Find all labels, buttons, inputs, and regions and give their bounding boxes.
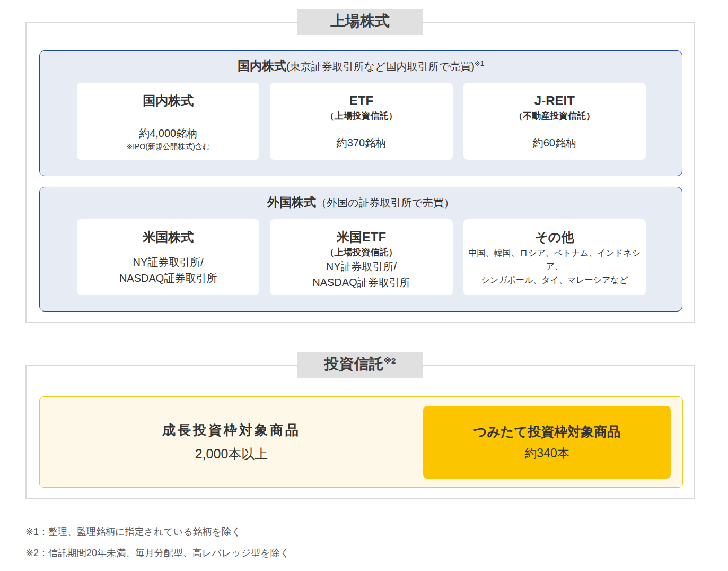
card-subtitle: （上場投資信託） [325, 110, 397, 122]
growth-investment-products: 成長投資枠対象商品 2,000本以上 [40, 421, 423, 463]
section-title-text: 上場株式 [330, 13, 390, 29]
footnote-1: ※1：整理、監理銘柄に指定されている銘柄を除く [25, 521, 290, 542]
domestic-cards-row: 国内株式 約4,000銘柄 ※IPO(新規公開株式)含む ETF （上場投資信託… [77, 83, 646, 160]
card-etf: ETF （上場投資信託） 約370銘柄 [270, 83, 452, 160]
tsumitate-products-count: 約340本 [524, 445, 569, 462]
card-j-reit: J-REIT （不動産投資信託） 約60銘柄 [463, 83, 646, 160]
card-other-markets: その他 中国、韓国、ロシア、ベトナム、インドネシア、 シンガポール、タイ、マレー… [463, 219, 646, 295]
section-title-text: 投資信託 [324, 356, 384, 372]
card-us-etf: 米国ETF （上場投資信託） NY証券取引所/ NASDAQ証券取引所 [270, 219, 452, 295]
card-title: 米国ETF [337, 230, 386, 245]
card-body-line: 約370銘柄 [337, 135, 386, 151]
card-subtitle: （上場投資信託） [325, 246, 397, 258]
footnote-2: ※2：信託期間20年未満、毎月分配型、高レバレッジ型を除く [25, 542, 290, 564]
heading-footnote-ref: ※1 [475, 59, 484, 67]
card-title: 米国株式 [143, 230, 194, 245]
card-title: J-REIT [534, 93, 575, 108]
heading-detail: （外国の証券取引所で売買） [316, 197, 454, 209]
card-body-line: NY証券取引所/ [119, 254, 217, 270]
foreign-cards-row: 米国株式 NY証券取引所/ NASDAQ証券取引所 米国ETF （上場投資信託）… [77, 219, 646, 295]
section-title-footnote-ref: ※2 [384, 356, 396, 365]
card-body: 中国、韓国、ロシア、ベトナム、インドネシア、 シンガポール、タイ、マレーシアなど [468, 246, 642, 287]
card-body-line: シンガポール、タイ、マレーシアなど [468, 273, 642, 287]
card-title: ETF [349, 93, 373, 108]
card-title: その他 [535, 230, 574, 245]
card-domestic-stocks: 国内株式 約4,000銘柄 ※IPO(新規公開株式)含む [77, 83, 259, 160]
foreign-stocks-heading: 外国株式（外国の証券取引所で売買） [40, 194, 682, 211]
section-title-mutual-funds: 投資信託※2 [297, 352, 423, 378]
domestic-stocks-heading: 国内株式(東京証券取引所など国内取引所で売買)※1 [40, 57, 682, 74]
card-body: 約60銘柄 [533, 135, 576, 151]
heading-main: 国内株式 [238, 59, 286, 73]
card-body: NY証券取引所/ NASDAQ証券取引所 [312, 258, 410, 290]
foreign-stocks-group: 外国株式（外国の証券取引所で売買） 米国株式 NY証券取引所/ NASDAQ証券… [39, 187, 682, 312]
card-body-line: 約4,000銘柄 [139, 125, 197, 141]
card-body: NY証券取引所/ NASDAQ証券取引所 [119, 254, 217, 286]
tsumitate-investment-products: つみたて投資枠対象商品 約340本 [423, 406, 671, 479]
listed-stocks-section: 上場株式 国内株式(東京証券取引所など国内取引所で売買)※1 国内株式 約4,0… [25, 22, 695, 323]
mutual-funds-box: 成長投資枠対象商品 2,000本以上 つみたて投資枠対象商品 約340本 [39, 396, 683, 488]
card-title: 国内株式 [143, 93, 194, 108]
card-body-line: NASDAQ証券取引所 [312, 274, 410, 290]
card-body: 約4,000銘柄 [139, 125, 197, 141]
card-body-line: NASDAQ証券取引所 [119, 270, 217, 286]
growth-products-title: 成長投資枠対象商品 [40, 421, 423, 439]
card-body-line: 約60銘柄 [533, 135, 576, 151]
section-title-listed-stocks: 上場株式 [297, 9, 423, 35]
footnotes: ※1：整理、監理銘柄に指定されている銘柄を除く ※2：信託期間20年未満、毎月分… [25, 521, 290, 564]
card-body-line: NY証券取引所/ [312, 258, 410, 274]
heading-main: 外国株式 [267, 195, 316, 209]
card-subtitle: （不動産投資信託） [514, 110, 595, 122]
card-note: ※IPO(新規公開株式)含む [126, 142, 210, 152]
card-us-stocks: 米国株式 NY証券取引所/ NASDAQ証券取引所 [77, 219, 259, 295]
heading-detail: (東京証券取引所など国内取引所で売買) [286, 60, 475, 72]
card-body: 約370銘柄 [337, 135, 386, 151]
mutual-funds-section: 投資信託※2 成長投資枠対象商品 2,000本以上 つみたて投資枠対象商品 約3… [25, 365, 695, 499]
tsumitate-products-title: つみたて投資枠対象商品 [473, 423, 620, 440]
domestic-stocks-group: 国内株式(東京証券取引所など国内取引所で売買)※1 国内株式 約4,000銘柄 … [39, 50, 682, 176]
growth-products-count: 2,000本以上 [40, 445, 423, 463]
card-body-line: 中国、韓国、ロシア、ベトナム、インドネシア、 [468, 246, 642, 273]
